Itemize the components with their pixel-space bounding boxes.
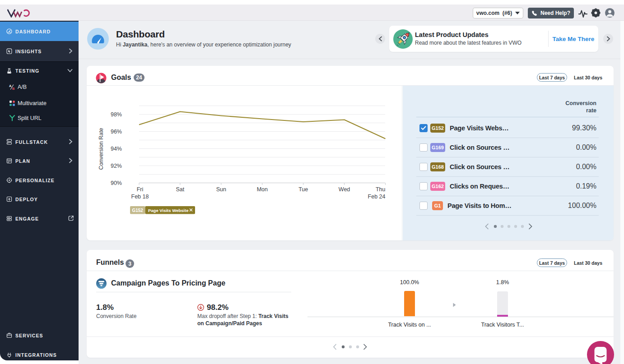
svg-text:Wed: Wed <box>339 186 350 193</box>
svg-text:G152: G152 <box>132 208 143 213</box>
svg-text:Tue: Tue <box>298 186 308 193</box>
svg-text:Page Visits Website: Page Visits Website <box>148 208 188 213</box>
svg-text:90%: 90% <box>111 180 122 186</box>
svg-text:Feb 24: Feb 24 <box>368 194 386 200</box>
svg-text:Thu: Thu <box>376 186 386 193</box>
svg-text:Sat: Sat <box>176 186 185 193</box>
svg-text:A: A <box>9 84 12 88</box>
svg-text:98%: 98% <box>111 111 122 118</box>
svg-text:96%: 96% <box>111 129 122 135</box>
svg-text:94%: 94% <box>111 146 122 152</box>
svg-text:92%: 92% <box>111 163 122 169</box>
svg-text:Fri: Fri <box>137 186 144 193</box>
svg-text:B: B <box>12 86 15 90</box>
svg-text:Conversion Rate: Conversion Rate <box>98 128 104 170</box>
svg-text:Mon: Mon <box>257 186 268 193</box>
svg-text:Feb 18: Feb 18 <box>131 194 149 200</box>
svg-text:Sun: Sun <box>216 186 226 193</box>
